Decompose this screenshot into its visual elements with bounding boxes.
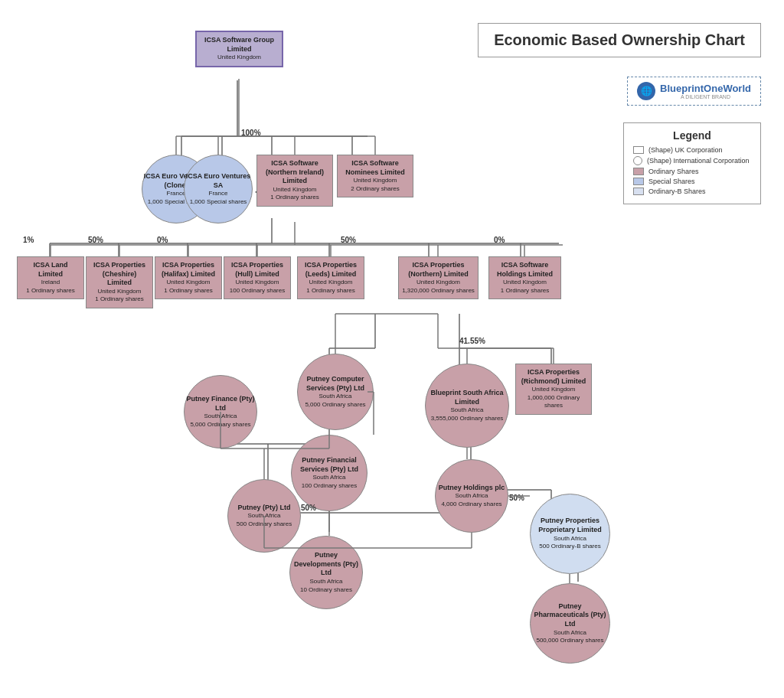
pct-4155: 41.55% bbox=[459, 337, 485, 345]
n5-name: ICSA Land Limited bbox=[21, 261, 80, 279]
n7-shares: 1 Ordinary shares bbox=[158, 287, 218, 295]
n7-name: ICSA Properties (Halifax) Limited bbox=[158, 261, 218, 279]
n16-name: Putney Developments (Pty) Ltd bbox=[290, 551, 362, 578]
n19-shares: 4,000 Ordinary shares bbox=[441, 501, 501, 508]
node-n13: Putney Finance (Pty) Ltd South Africa 5,… bbox=[184, 375, 257, 448]
logo-tagline: A DILIGENT BRAND bbox=[660, 94, 751, 99]
n3-country: United Kingdom bbox=[260, 186, 329, 194]
legend-ordinary-color bbox=[633, 168, 644, 175]
n6-name: ICSA Properties (Cheshire) Limited bbox=[90, 261, 149, 288]
logo-text-block: BlueprintOneWorld A DILIGENT BRAND bbox=[660, 83, 751, 99]
title-text: Economic Based Ownership Chart bbox=[494, 31, 745, 48]
n17-name: Blueprint South Africa Limited bbox=[426, 389, 508, 406]
page: Economic Based Ownership Chart 🌐 Bluepri… bbox=[0, 0, 784, 698]
n5-rect: ICSA Land Limited Ireland 1 Ordinary sha… bbox=[17, 256, 84, 299]
pct-1: 1% bbox=[23, 236, 34, 244]
root-rect: ICSA Software Group Limited United Kingd… bbox=[195, 31, 283, 67]
n10-country: United Kingdom bbox=[402, 279, 475, 286]
node-n10: ICSA Properties (Northern) Limited Unite… bbox=[398, 256, 479, 299]
logo-name: BlueprintOneWorld bbox=[660, 83, 751, 94]
pct-0-right: 0% bbox=[494, 236, 505, 244]
n11-rect: ICSA Software Holdings Limited United Ki… bbox=[488, 256, 561, 299]
n9-shares: 1 Ordinary shares bbox=[301, 287, 361, 295]
node-n3: ICSA Software (Northern Ireland) Limited… bbox=[256, 155, 333, 207]
n17-circle: Blueprint South Africa Limited South Afr… bbox=[425, 364, 509, 448]
n20-circle: Putney Properties Proprietary Limited So… bbox=[530, 494, 610, 574]
n3-shares: 1 Ordinary shares bbox=[260, 194, 329, 201]
n14-circle: Putney Financial Services (Pty) Ltd Sout… bbox=[291, 435, 368, 511]
pct-n15-50: 50% bbox=[301, 504, 316, 512]
node-n16: Putney Developments (Pty) Ltd South Afri… bbox=[289, 536, 363, 609]
n19-circle: Putney Holdings plc South Africa 4,000 O… bbox=[435, 459, 508, 533]
n16-country: South Africa bbox=[309, 578, 342, 585]
node-n17: Blueprint South Africa Limited South Afr… bbox=[425, 364, 509, 448]
n10-name: ICSA Properties (Northern) Limited bbox=[402, 261, 475, 279]
n6-shares: 1 Ordinary shares bbox=[90, 295, 149, 303]
n1-country: France bbox=[167, 190, 186, 197]
n9-rect: ICSA Properties (Leeds) Limited United K… bbox=[297, 256, 364, 299]
n13-shares: 5,000 Ordinary shares bbox=[190, 421, 250, 429]
n12-shares: 5,000 Ordinary shares bbox=[305, 401, 365, 409]
n4-shares: 2 Ordinary shares bbox=[341, 185, 410, 193]
n19-name: Putney Holdings plc bbox=[439, 484, 505, 493]
n7-rect: ICSA Properties (Halifax) Limited United… bbox=[155, 256, 222, 299]
n16-circle: Putney Developments (Pty) Ltd South Afri… bbox=[289, 536, 363, 609]
n9-country: United Kingdom bbox=[301, 279, 361, 286]
n15-shares: 500 Ordinary shares bbox=[237, 520, 292, 528]
legend-item-5: Ordinary-B Shares bbox=[633, 188, 751, 195]
n2-circle: ICSA Euro Ventures SA France 1,000 Speci… bbox=[184, 155, 253, 223]
n13-name: Putney Finance (Pty) Ltd bbox=[185, 395, 256, 413]
node-n8: ICSA Properties (Hull) Limited United Ki… bbox=[224, 256, 291, 299]
n16-shares: 10 Ordinary shares bbox=[300, 586, 352, 594]
n12-country: South Africa bbox=[318, 393, 351, 400]
node-n4: ICSA Software Nominees Limited United Ki… bbox=[337, 155, 413, 197]
n8-country: United Kingdom bbox=[227, 279, 287, 286]
node-n7: ICSA Properties (Halifax) Limited United… bbox=[155, 256, 222, 299]
n4-rect: ICSA Software Nominees Limited United Ki… bbox=[337, 155, 413, 197]
n3-rect: ICSA Software (Northern Ireland) Limited… bbox=[256, 155, 333, 207]
node-n14: Putney Financial Services (Pty) Ltd Sout… bbox=[291, 435, 368, 511]
node-n20: Putney Properties Proprietary Limited So… bbox=[530, 494, 610, 574]
legend-item-2: (Shape) International Corporation bbox=[633, 156, 751, 165]
n21-circle: Putney Pharmaceuticals (Pty) Ltd South A… bbox=[530, 583, 610, 664]
node-n21: Putney Pharmaceuticals (Pty) Ltd South A… bbox=[530, 583, 610, 664]
pct-50-right: 50% bbox=[341, 236, 356, 244]
n4-country: United Kingdom bbox=[341, 177, 410, 184]
node-n6: ICSA Properties (Cheshire) Limited Unite… bbox=[86, 256, 153, 308]
legend-item-1: (Shape) UK Corporation bbox=[633, 146, 751, 154]
n13-circle: Putney Finance (Pty) Ltd South Africa 5,… bbox=[184, 375, 257, 448]
n21-shares: 500,000 Ordinary shares bbox=[536, 637, 603, 644]
n12-circle: Putney Computer Services (Pty) Ltd South… bbox=[297, 354, 374, 430]
legend-circle-shape bbox=[633, 156, 642, 165]
n21-country: South Africa bbox=[554, 629, 586, 637]
legend-item-4: Special Shares bbox=[633, 178, 751, 185]
n10-shares: 1,320,000 Ordinary shares bbox=[402, 287, 475, 295]
n11-name: ICSA Software Holdings Limited bbox=[492, 261, 557, 279]
n17-country: South Africa bbox=[450, 406, 483, 414]
n15-country: South Africa bbox=[247, 512, 280, 520]
n2-name: ICSA Euro Ventures SA bbox=[185, 172, 252, 190]
root-node: ICSA Software Group Limited United Kingd… bbox=[195, 31, 283, 67]
n3-name: ICSA Software (Northern Ireland) Limited bbox=[260, 159, 329, 186]
logo-icon: 🌐 bbox=[637, 82, 655, 100]
pct-0-left: 0% bbox=[157, 236, 168, 244]
legend-rect-shape bbox=[633, 146, 644, 154]
node-n19: Putney Holdings plc South Africa 4,000 O… bbox=[435, 459, 508, 533]
n6-rect: ICSA Properties (Cheshire) Limited Unite… bbox=[86, 256, 153, 308]
n7-country: United Kingdom bbox=[158, 279, 218, 286]
n12-name: Putney Computer Services (Pty) Ltd bbox=[298, 375, 373, 393]
n18-name: ICSA Properties (Richmond) Limited bbox=[519, 368, 588, 386]
n9-name: ICSA Properties (Leeds) Limited bbox=[301, 261, 361, 279]
legend-label-5: Ordinary-B Shares bbox=[648, 188, 706, 195]
legend-title: Legend bbox=[633, 129, 751, 142]
legend-ordinaryb-color bbox=[633, 188, 644, 195]
n6-country: United Kingdom bbox=[90, 288, 149, 295]
n8-name: ICSA Properties (Hull) Limited bbox=[227, 261, 287, 279]
pct-50-left: 50% bbox=[88, 236, 103, 244]
n11-shares: 1 Ordinary shares bbox=[492, 287, 557, 295]
n11-country: United Kingdom bbox=[492, 279, 557, 286]
n17-shares: 3,555,000 Ordinary shares bbox=[431, 415, 504, 422]
pct-100: 100% bbox=[241, 129, 261, 137]
pct-n19-50: 50% bbox=[509, 494, 524, 502]
node-n2: ICSA Euro Ventures SA France 1,000 Speci… bbox=[184, 155, 253, 223]
